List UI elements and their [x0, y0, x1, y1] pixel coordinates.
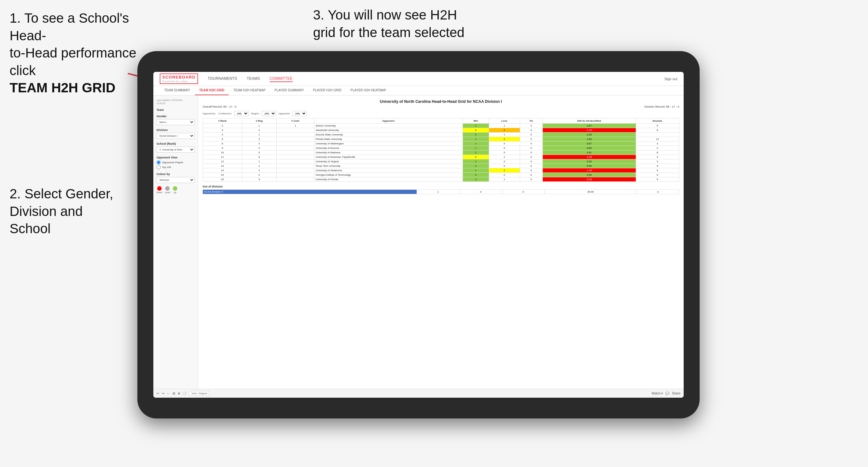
- cell-rounds: 3: [636, 142, 679, 146]
- cell-diff: 1.67: [542, 124, 636, 128]
- cell-conf: [276, 155, 314, 159]
- subnav-team-summary[interactable]: TEAM SUMMARY: [160, 86, 195, 95]
- cell-conf: [276, 173, 314, 177]
- subnav-player-h2h-grid[interactable]: PLAYER H2H GRID: [309, 86, 346, 95]
- cell-opponent: University of Washington: [314, 142, 463, 146]
- subnav-team-h2h-heatmap[interactable]: TEAM H2H HEATMAP: [229, 86, 270, 95]
- nav-links: TOURNAMENTS TEAMS COMMITTEE: [208, 76, 664, 82]
- left-panel: Last Updated: 27/03/2024 16:55:38 Team G…: [153, 95, 198, 389]
- grid-title: University of North Carolina Head-to-Hea…: [203, 99, 679, 104]
- annotation1-strong: TEAM H2H GRID: [9, 80, 115, 95]
- nav-committee[interactable]: COMMITTEE: [270, 76, 292, 82]
- sign-out[interactable]: Sign out: [664, 77, 677, 81]
- cell-reg: 3: [242, 146, 277, 151]
- cell-loss: 0: [489, 159, 520, 164]
- cell-rounds: 9: [636, 164, 679, 168]
- cell-reg: 2: [242, 128, 277, 132]
- back-btn[interactable]: ←: [167, 392, 170, 395]
- cell-diff: -4.33: [542, 155, 636, 159]
- filter-opp-select[interactable]: (All): [292, 111, 307, 116]
- cell-diff: 2.29: [542, 132, 636, 137]
- table-row: 16 3 University of Florida 3 1 0 -6.42 9: [203, 177, 679, 182]
- cell-tie: 0: [520, 137, 542, 142]
- cell-reg: 6: [242, 155, 277, 159]
- subnav-player-summary[interactable]: PLAYER SUMMARY: [270, 86, 308, 95]
- th-reg: # Reg: [242, 119, 277, 124]
- school-label: School (Rank): [157, 142, 194, 145]
- cell-win: 1: [463, 159, 489, 164]
- radio-top100[interactable]: Top 100: [157, 165, 194, 169]
- subnav-player-h2h-heatmap[interactable]: PLAYER H2H HEATMAP: [346, 86, 391, 95]
- tablet-screen: SCOREBOARD Powered by clippi TOURNAMENTS…: [153, 72, 684, 398]
- gender-select[interactable]: Men's: [157, 119, 194, 125]
- cell-tie: 0: [520, 159, 542, 164]
- radio-top100-input[interactable]: [157, 165, 161, 169]
- cell-opponent: Arizona State University: [314, 132, 463, 137]
- undo-btn[interactable]: ↩: [157, 392, 159, 395]
- table-row: 13 1 Texas Tech University 3 0 0 5.56 9: [203, 164, 679, 168]
- cell-conf: [276, 159, 314, 164]
- cell-loss: 4: [489, 128, 520, 132]
- radio-opponents-played-input[interactable]: [157, 160, 161, 164]
- colour-by-select[interactable]: Win/loss: [157, 177, 194, 183]
- cell-reg: 1: [242, 159, 277, 164]
- th-win: Win: [463, 119, 489, 124]
- tablet-device: SCOREBOARD Powered by clippi TOURNAMENTS…: [137, 51, 700, 418]
- gender-section: Gender Men's: [157, 115, 194, 125]
- filter-conf-select[interactable]: (All): [234, 111, 249, 116]
- cell-win: 0: [463, 128, 489, 132]
- comment-btn[interactable]: 💬: [665, 392, 669, 395]
- table-row: 9 3 University of Arizona 1 0 0 9.00 2: [203, 146, 679, 151]
- cell-tie: 0: [520, 177, 542, 182]
- cell-win: 3: [463, 177, 489, 182]
- cell-reg: 2: [242, 168, 277, 173]
- cell-rank: 15: [203, 173, 242, 177]
- radio-opponents-played[interactable]: Opponents Played: [157, 160, 194, 164]
- cell-tie: 0: [520, 173, 542, 177]
- redo-btn[interactable]: ↪: [162, 392, 164, 395]
- annotation2-line1: 2. Select Gender,: [9, 186, 114, 201]
- radio-group: Opponents Played Top 100: [157, 160, 194, 169]
- view-original-btn[interactable]: View: Original: [189, 391, 209, 396]
- th-opponent: Opponent: [314, 119, 463, 124]
- view-label: View: Original: [191, 392, 207, 395]
- division-select[interactable]: NCAA Division I: [157, 133, 194, 139]
- clock-btn[interactable]: 🕐: [183, 392, 187, 395]
- cell-rank: 13: [203, 164, 242, 168]
- table-row: 14 2 University of Oklahoma 1 2 0 -1.00 …: [203, 168, 679, 173]
- out-of-division-title: Out of division: [203, 185, 679, 188]
- filter-row: Opponents: Conference (All) Region (All)…: [203, 111, 679, 116]
- forward-btn[interactable]: ⊞: [173, 392, 175, 395]
- cell-rank: 10: [203, 151, 242, 155]
- nav-tournaments[interactable]: TOURNAMENTS: [208, 76, 237, 82]
- filter-region-select[interactable]: (All): [261, 111, 276, 116]
- cell-tie: 0: [520, 142, 542, 146]
- cell-loss: 0: [489, 151, 520, 155]
- cell-rank: 3: [203, 128, 242, 132]
- cell-tie: 0: [520, 164, 542, 168]
- copy-btn[interactable]: ⊕: [178, 392, 180, 395]
- cell-win: 3: [463, 164, 489, 168]
- subnav-team-h2h-grid[interactable]: TEAM H2H GRID: [195, 86, 229, 95]
- annotation-1: 1. To see a School's Head- to-Head perfo…: [9, 9, 144, 97]
- cell-opponent: Florida State University: [314, 137, 463, 142]
- cell-rounds: 9: [636, 177, 679, 182]
- watch-btn[interactable]: Watch ▾: [652, 392, 663, 395]
- app-header: SCOREBOARD Powered by clippi TOURNAMENTS…: [153, 72, 684, 86]
- cell-rounds: 8: [636, 151, 679, 155]
- filter-opp-label: Opponent: [279, 112, 290, 115]
- legend-level-label: Level: [165, 191, 170, 193]
- cell-rounds: 9: [636, 173, 679, 177]
- nav-teams[interactable]: TEAMS: [247, 76, 260, 82]
- school-select[interactable]: 1. University of Nort...: [157, 147, 194, 153]
- table-row: 4 1 Arizona State University 5 1 0 2.29: [203, 132, 679, 137]
- cell-opponent: University of Alabama: [314, 151, 463, 155]
- share-btn[interactable]: Share: [672, 392, 680, 395]
- cell-rounds: 12: [636, 137, 679, 142]
- cell-win: 5: [463, 173, 489, 177]
- cell-conf: [276, 168, 314, 173]
- cell-diff: 9.00: [542, 146, 636, 151]
- cell-rank: 14: [203, 168, 242, 173]
- cell-tie: 0: [520, 124, 542, 128]
- cell-tie: 0: [520, 155, 542, 159]
